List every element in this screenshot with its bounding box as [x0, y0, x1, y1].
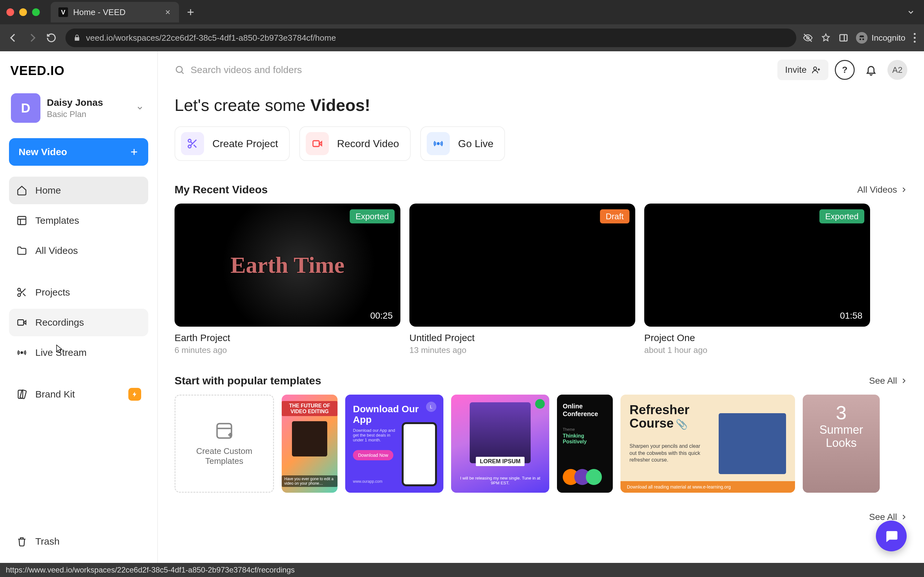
incognito-indicator[interactable]: Incognito: [856, 32, 905, 44]
tab-bar: V Home - VEED: [0, 0, 924, 24]
sidebar: VEED.IO D Daisy Jonas Basic Plan New Vid…: [0, 51, 158, 563]
template-image: [292, 421, 327, 456]
quick-actions: Create Project Record Video Go Live: [174, 126, 907, 161]
svg-point-14: [188, 139, 191, 142]
sidebar-item-projects[interactable]: Projects: [9, 279, 148, 306]
template-sub: Sharpen your pencils and clear out the c…: [630, 443, 706, 464]
user-avatar[interactable]: A2: [887, 60, 907, 80]
sidebar-item-brand-kit[interactable]: Brand Kit: [9, 380, 148, 408]
sidebar-item-templates[interactable]: Templates: [9, 207, 148, 234]
close-tab-icon[interactable]: [164, 9, 171, 16]
template-card[interactable]: 3 Summer Looks: [803, 395, 880, 493]
video-duration: 00:25: [370, 311, 393, 321]
search-icon: [174, 65, 185, 75]
brand-logo[interactable]: VEED.IO: [10, 63, 147, 78]
template-card[interactable]: Online Conference Theme Thinking Positiv…: [557, 395, 613, 493]
invite-button[interactable]: Invite: [777, 60, 829, 80]
template-footer: www.ourapp.com: [353, 479, 436, 484]
template-card[interactable]: THE FUTURE OF VIDEO EDITING Have you eve…: [282, 395, 338, 493]
lock-icon: [73, 34, 81, 42]
sidebar-item-trash[interactable]: Trash: [9, 528, 148, 555]
video-thumbnail[interactable]: Exported 01:58: [644, 203, 870, 327]
recent-videos: Earth Time Exported 00:25 Earth Project …: [174, 203, 907, 355]
template-card[interactable]: Refresher Course📎 Sharpen your pencils a…: [620, 395, 795, 493]
close-window-icon[interactable]: [6, 8, 14, 16]
new-tab-button[interactable]: [186, 8, 195, 17]
scissors-icon: [16, 287, 27, 298]
notifications-button[interactable]: [861, 60, 881, 80]
template-headline: Refresher Course📎: [630, 403, 711, 430]
person-add plus-icon: [812, 65, 821, 74]
incognito-icon: [856, 32, 867, 44]
window-controls[interactable]: [6, 8, 40, 16]
status-badge: Exported: [350, 210, 395, 223]
template-sub: Download our App and get the best deals …: [353, 428, 401, 442]
template-theme-label: Theme: [563, 427, 607, 432]
incognito-label: Incognito: [871, 33, 905, 43]
maximize-window-icon[interactable]: [32, 8, 40, 16]
svg-point-17: [437, 143, 439, 145]
create-project-button[interactable]: Create Project: [174, 126, 290, 161]
video-card[interactable]: Exported 01:58 Project One about 1 hour …: [644, 203, 870, 355]
back-button[interactable]: [8, 32, 21, 43]
status-badge: Draft: [600, 210, 630, 223]
address-bar: veed.io/workspaces/22ce6d2f-38c5-4df1-a8…: [0, 24, 924, 51]
browser-tab[interactable]: V Home - VEED: [51, 2, 179, 23]
video-card[interactable]: Earth Time Exported 00:25 Earth Project …: [174, 203, 401, 355]
template-cta: Download Now: [353, 450, 393, 460]
search-placeholder: Search videos and folders: [191, 64, 302, 75]
templates-header: Start with popular templates See All: [174, 374, 907, 387]
favicon-icon: V: [58, 7, 68, 17]
new-video-label: New Video: [19, 147, 67, 157]
side-panel-icon[interactable]: [838, 33, 848, 43]
sidebar-item-recordings[interactable]: Recordings: [9, 309, 148, 336]
bookmark-star-icon[interactable]: [821, 33, 831, 43]
sidebar-item-live-stream[interactable]: Live Stream: [9, 339, 148, 366]
help-button[interactable]: ?: [835, 60, 855, 80]
sidebar-item-label: All Videos: [35, 245, 78, 256]
video-card[interactable]: Draft Untitled Project 13 minutes ago: [409, 203, 635, 355]
recordings-icon: [16, 317, 27, 328]
question-icon: ?: [842, 65, 847, 75]
hero-bold: Videos!: [310, 96, 370, 114]
sidebar-item-label: Brand Kit: [35, 389, 75, 400]
all-videos-label: All Videos: [857, 185, 897, 195]
search-input[interactable]: Search videos and folders: [174, 64, 302, 75]
page-title: Let's create some Videos!: [174, 95, 907, 115]
all-videos-link[interactable]: All Videos: [857, 185, 907, 195]
plus-icon: [129, 147, 139, 156]
create-custom-template-button[interactable]: Create Custom Templates: [174, 395, 274, 493]
record-video-button[interactable]: Record Video: [299, 126, 411, 161]
tabs-dropdown-icon[interactable]: [907, 8, 915, 16]
template-card[interactable]: LOREM IPSUM I will be releasing my new s…: [451, 395, 549, 493]
sidebar-item-all-videos[interactable]: All Videos: [9, 237, 148, 264]
chat-fab[interactable]: [876, 521, 907, 551]
reload-button[interactable]: [46, 33, 59, 43]
chevron-right-icon: [900, 514, 907, 521]
minimize-window-icon[interactable]: [19, 8, 27, 16]
workspace-switcher[interactable]: D Daisy Jonas Basic Plan: [9, 90, 148, 130]
template-blobs: [563, 469, 607, 485]
new-video-button[interactable]: New Video: [9, 138, 148, 166]
video-title: Project One: [644, 332, 870, 343]
template-theme: Thinking Positively: [563, 433, 607, 445]
forward-button: [27, 32, 40, 43]
video-title: Untitled Project: [409, 332, 635, 343]
template-card[interactable]: L Download Our App Download our App and …: [345, 395, 443, 493]
spotify-icon: [535, 399, 545, 409]
video-thumbnail[interactable]: Earth Time Exported 00:25: [174, 203, 401, 327]
browser-menu-icon[interactable]: [913, 33, 916, 43]
svg-point-15: [188, 145, 191, 148]
home-icon: [16, 185, 27, 196]
video-thumbnail[interactable]: Draft: [409, 203, 635, 327]
go-live-button[interactable]: Go Live: [420, 126, 505, 161]
see-all-templates-link[interactable]: See All: [869, 376, 907, 386]
svg-rect-5: [18, 216, 26, 225]
sidebar-item-home[interactable]: Home: [9, 177, 148, 204]
trash-icon: [16, 536, 27, 547]
svg-point-4: [914, 41, 916, 43]
eye-off-icon[interactable]: [803, 33, 813, 43]
url-field[interactable]: veed.io/workspaces/22ce6d2f-38c5-4df1-a8…: [65, 29, 796, 47]
video-title: Earth Project: [174, 332, 401, 343]
recent-header: My Recent Videos All Videos: [174, 183, 907, 196]
